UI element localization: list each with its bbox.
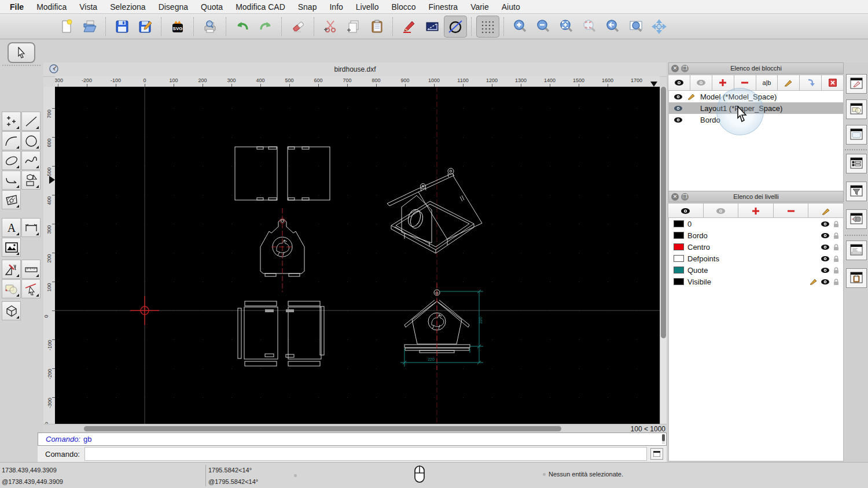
save-button[interactable] <box>111 16 134 38</box>
selection-filter-toggle-button[interactable] <box>846 154 867 173</box>
copy-button[interactable] <box>342 16 365 38</box>
grid-toggle-button[interactable] <box>476 16 499 38</box>
lock-icon[interactable] <box>833 243 840 251</box>
open-file-button[interactable] <box>78 16 101 38</box>
hatch-tool[interactable] <box>2 190 21 209</box>
menu-livello[interactable]: Livello <box>350 2 385 12</box>
layer-row-bordo[interactable]: Bordo <box>669 230 843 241</box>
text-tool[interactable]: A <box>2 218 21 237</box>
menu-modifica-cad[interactable]: Modifica CAD <box>229 2 292 12</box>
lock-icon[interactable] <box>833 278 840 286</box>
circle-diagonal-button[interactable] <box>444 16 467 38</box>
menu-blocco[interactable]: Blocco <box>385 2 422 12</box>
isometric-projection-tool[interactable] <box>2 301 21 320</box>
layer-row-quote[interactable]: Quote <box>669 264 843 276</box>
visibility-eye-icon[interactable] <box>821 244 830 250</box>
menu-vista[interactable]: Vista <box>73 2 104 12</box>
layer-add-button[interactable] <box>738 203 774 219</box>
spline-tool[interactable] <box>21 151 41 170</box>
block-edit-button[interactable] <box>777 75 800 91</box>
zoom-in-button[interactable] <box>509 16 532 38</box>
ellipse-tool[interactable] <box>2 151 21 170</box>
circle-tool[interactable] <box>21 131 41 150</box>
zoom-selection-button[interactable] <box>578 16 601 38</box>
history-scrollbar[interactable] <box>662 434 665 444</box>
cut-button[interactable] <box>319 16 342 38</box>
layer-row-defpoints[interactable]: Defpoints <box>669 253 843 264</box>
menu-seleziona[interactable]: Seleziona <box>104 2 152 12</box>
visibility-eye-icon[interactable] <box>821 256 830 262</box>
block-hide-all-button[interactable] <box>690 75 712 91</box>
polyline-tool[interactable] <box>2 171 21 190</box>
layer-row-visibile[interactable]: Visibile <box>669 276 843 287</box>
dimension-tool[interactable] <box>21 218 41 237</box>
menu-disegna[interactable]: Disegna <box>152 2 194 12</box>
visibility-eye-icon[interactable] <box>821 267 830 273</box>
zoom-out-button[interactable] <box>532 16 555 38</box>
document-tab-bar[interactable]: birdhouse.dxf <box>43 62 667 77</box>
new-file-button[interactable] <box>55 16 78 38</box>
modify-tool[interactable] <box>21 279 41 298</box>
points-tool[interactable] <box>2 112 21 131</box>
layer-show-all-button[interactable] <box>668 203 704 219</box>
print-preview-button[interactable] <box>198 16 222 38</box>
eraser-button[interactable] <box>286 16 310 38</box>
menu-finestra[interactable]: Finestra <box>422 2 465 12</box>
block-show-all-button[interactable] <box>668 75 690 91</box>
selection-mode-button[interactable] <box>421 16 444 38</box>
visibility-eye-icon[interactable] <box>821 279 830 285</box>
layer-row-0[interactable]: 0 <box>669 218 843 230</box>
vertical-scrollbar-thumb[interactable] <box>661 87 666 338</box>
block-add-button[interactable] <box>712 75 734 91</box>
draw-pencil-button[interactable] <box>398 16 421 38</box>
layer-remove-button[interactable] <box>773 203 809 219</box>
menu-varie[interactable]: Varie <box>464 2 495 12</box>
visibility-eye-icon[interactable] <box>674 94 683 100</box>
lock-icon[interactable] <box>833 232 840 239</box>
command-window-toggle-button[interactable] <box>650 448 663 460</box>
clipboard-viewer-toggle-button[interactable] <box>846 268 867 288</box>
lock-icon[interactable] <box>833 220 840 228</box>
menu-modifica[interactable]: Modifica <box>30 2 73 12</box>
pan-button[interactable] <box>648 16 671 38</box>
horizontal-scrollbar-thumb[interactable] <box>84 426 561 431</box>
visibility-eye-icon[interactable] <box>821 221 830 227</box>
visibility-eye-icon[interactable] <box>674 105 683 112</box>
undo-button[interactable] <box>231 16 254 38</box>
block-rename-button[interactable]: a|b <box>756 75 778 91</box>
paste-button[interactable] <box>365 16 388 38</box>
selection-arrow-button[interactable] <box>8 42 35 63</box>
visibility-eye-icon[interactable] <box>674 117 683 123</box>
layer-row-centro[interactable]: Centro <box>669 241 843 253</box>
image-tool[interactable] <box>2 238 21 257</box>
horizontal-scrollbar[interactable]: 100 < 1000 <box>43 424 667 433</box>
shapes-tool[interactable] <box>21 171 41 190</box>
svg-export-button[interactable]: SVG <box>166 16 189 38</box>
zoom-auto-button[interactable] <box>555 16 578 38</box>
arc-tool[interactable] <box>2 131 21 150</box>
block-edit-tool[interactable] <box>2 279 21 298</box>
menu-aiuto[interactable]: Aiuto <box>495 2 527 12</box>
line-tool[interactable] <box>21 112 41 131</box>
command-line-toggle-button[interactable] <box>846 241 867 260</box>
layer-hide-all-button[interactable] <box>703 203 739 219</box>
measure-tool[interactable] <box>21 260 41 279</box>
redo-button[interactable] <box>254 16 277 38</box>
block-delete-button[interactable] <box>821 75 844 91</box>
library-browser-toggle-button[interactable] <box>846 125 867 145</box>
lock-icon[interactable] <box>833 255 840 263</box>
menu-file[interactable]: File <box>3 2 30 12</box>
zoom-previous-button[interactable] <box>601 16 624 38</box>
filter-toggle-button[interactable] <box>846 182 867 201</box>
zoom-window-button[interactable] <box>624 16 648 38</box>
lock-icon[interactable] <box>833 267 840 274</box>
menu-info[interactable]: Info <box>323 2 349 12</box>
menu-quota[interactable]: Quota <box>194 2 229 12</box>
command-input[interactable] <box>84 447 647 461</box>
menu-snap[interactable]: Snap <box>292 2 323 12</box>
block-insert-button[interactable] <box>799 75 822 91</box>
drawing-canvas[interactable]: 220 220 <box>55 87 660 424</box>
block-list-toggle-button[interactable] <box>846 99 867 119</box>
save-as-button[interactable] <box>134 16 157 38</box>
visibility-eye-icon[interactable] <box>821 232 830 239</box>
